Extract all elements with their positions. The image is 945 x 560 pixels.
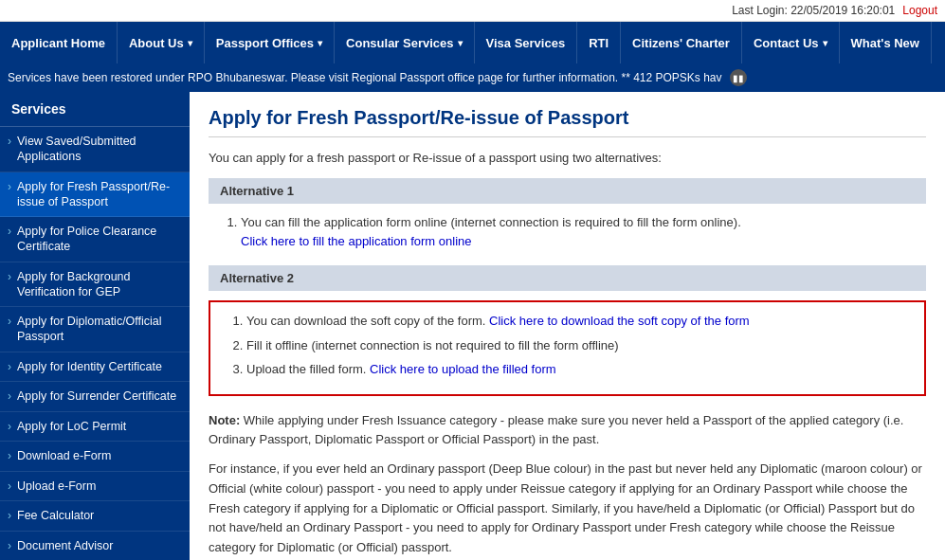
chevron-down-icon: ▾ xyxy=(458,38,463,48)
alt2-item3-text: Upload the filled form. xyxy=(246,362,366,376)
sidebar-item-label: Upload e-Form xyxy=(17,479,96,494)
alt2-header: Alternative 2 xyxy=(209,265,926,291)
bullet-icon: › xyxy=(8,420,11,435)
last-login: Last Login: 22/05/2019 16:20:01 xyxy=(732,4,895,17)
sidebar-item-8[interactable]: ›Download e-Form xyxy=(0,442,190,472)
sidebar-item-label: Download e-Form xyxy=(17,448,111,463)
note-para1: Note: While applying under Fresh Issuanc… xyxy=(209,411,926,451)
alt2-item-3: Upload the filled form. Click here to up… xyxy=(246,360,911,379)
nav-item-about-us[interactable]: About Us ▾ xyxy=(118,22,205,63)
nav-item-passport-offices[interactable]: Passport Offices ▾ xyxy=(205,22,335,63)
sidebar-item-0[interactable]: ›View Saved/Submitted Applications xyxy=(0,127,190,172)
logout-link[interactable]: Logout xyxy=(902,4,937,17)
bullet-icon: › xyxy=(8,315,11,330)
bullet-icon: › xyxy=(8,389,11,405)
ticker-pause-button[interactable]: ▮▮ xyxy=(730,69,747,86)
note-para2: For instance, if you ever held an Ordina… xyxy=(209,460,926,558)
sidebar-item-7[interactable]: ›Apply for LoC Permit xyxy=(0,412,190,443)
alt2-item1-link[interactable]: Click here to download the soft copy of … xyxy=(489,314,750,328)
nav-item-rti[interactable]: RTI xyxy=(577,22,621,63)
chevron-down-icon: ▾ xyxy=(823,38,827,48)
bullet-icon: › xyxy=(8,135,11,150)
sidebar-item-label: Apply for Police Clearance Certificate xyxy=(17,224,180,255)
note-section: Note: While applying under Fresh Issuanc… xyxy=(209,411,926,559)
sidebar-item-10[interactable]: ›Fee Calculator xyxy=(0,501,190,532)
nav-item-consular-services[interactable]: Consular Services ▾ xyxy=(335,22,474,63)
nav-item-applicant-home[interactable]: Applicant Home xyxy=(0,22,118,63)
alt2-item3-link[interactable]: Click here to upload the filled form xyxy=(370,362,556,376)
alt2-item2-text: Fill it offline (internet connection is … xyxy=(246,338,619,352)
note-label: Note: xyxy=(209,413,240,427)
main-content: Apply for Fresh Passport/Re-issue of Pas… xyxy=(190,92,945,560)
sidebar: Services ›View Saved/Submitted Applicati… xyxy=(0,92,190,560)
sidebar-item-label: Apply for Identity Certificate xyxy=(17,359,162,374)
alt2-box: You can download the soft copy of the fo… xyxy=(209,300,926,396)
bullet-icon: › xyxy=(8,449,11,464)
sidebar-item-9[interactable]: ›Upload e-Form xyxy=(0,472,190,502)
page-layout: Services ›View Saved/Submitted Applicati… xyxy=(0,92,945,560)
bullet-icon: › xyxy=(8,539,11,554)
nav-item-contact-us[interactable]: Contact Us ▾ xyxy=(742,22,840,63)
nav-item-visa-services[interactable]: Visa Services xyxy=(475,22,578,63)
bullet-icon: › xyxy=(8,509,11,524)
sidebar-item-label: Document Advisor xyxy=(17,538,113,553)
nav-item-what-s-new[interactable]: What's New xyxy=(840,22,932,63)
bullet-icon: › xyxy=(8,360,11,375)
sidebar-item-6[interactable]: ›Apply for Surrender Certificate xyxy=(0,382,190,412)
sidebar-item-2[interactable]: ›Apply for Police Clearance Certificate xyxy=(0,217,190,262)
sidebar-item-label: Apply for Surrender Certificate xyxy=(17,388,176,404)
sidebar-item-3[interactable]: ›Apply for Background Verification for G… xyxy=(0,262,190,308)
nav-item-citizens--charter[interactable]: Citizens' Charter xyxy=(621,22,742,63)
sidebar-title: Services xyxy=(0,92,190,127)
page-title: Apply for Fresh Passport/Re-issue of Pas… xyxy=(209,107,926,137)
top-bar: Last Login: 22/05/2019 16:20:01 Logout xyxy=(0,0,945,22)
alt1-item-1: You can fill the application form online… xyxy=(241,213,926,250)
sidebar-item-label: Apply for Diplomatic/Official Passport xyxy=(17,314,180,345)
sidebar-item-label: Apply for Background Verification for GE… xyxy=(17,269,180,300)
alt1-item1-link[interactable]: Click here to fill the application form … xyxy=(241,234,472,248)
note-para1-text: While applying under Fresh Issuance cate… xyxy=(209,413,903,447)
sidebar-item-label: Apply for LoC Permit xyxy=(17,419,126,434)
alt1-item1-text: You can fill the application form online… xyxy=(241,215,741,229)
ticker-text: Services have been restored under RPO Bh… xyxy=(8,71,722,84)
sidebar-item-1[interactable]: ›Apply for Fresh Passport/Re-issue of Pa… xyxy=(0,172,190,218)
chevron-down-icon: ▾ xyxy=(318,38,322,48)
sidebar-item-label: View Saved/Submitted Applications xyxy=(17,134,180,165)
intro-text: You can apply for a fresh passport or Re… xyxy=(209,151,926,165)
alt1-header: Alternative 1 xyxy=(209,178,926,204)
alt2-item-1: You can download the soft copy of the fo… xyxy=(246,312,911,331)
bullet-icon: › xyxy=(8,479,11,495)
sidebar-item-label: Apply for Fresh Passport/Re-issue of Pas… xyxy=(17,179,180,210)
alt2-item1-text: You can download the soft copy of the fo… xyxy=(246,314,485,328)
bullet-icon: › xyxy=(8,270,11,285)
sidebar-item-11[interactable]: ›Document Advisor xyxy=(0,532,190,560)
sidebar-item-label: Fee Calculator xyxy=(17,508,94,523)
ticker-bar: Services have been restored under RPO Bh… xyxy=(0,63,945,92)
sidebar-item-5[interactable]: ›Apply for Identity Certificate xyxy=(0,352,190,383)
alt2-item-2: Fill it offline (internet connection is … xyxy=(246,336,911,355)
bullet-icon: › xyxy=(8,180,11,195)
sidebar-item-4[interactable]: ›Apply for Diplomatic/Official Passport xyxy=(0,307,190,352)
bullet-icon: › xyxy=(8,225,11,240)
alt1-content: You can fill the application form online… xyxy=(209,213,926,250)
chevron-down-icon: ▾ xyxy=(188,38,192,48)
main-nav: Applicant HomeAbout Us ▾Passport Offices… xyxy=(0,22,945,63)
